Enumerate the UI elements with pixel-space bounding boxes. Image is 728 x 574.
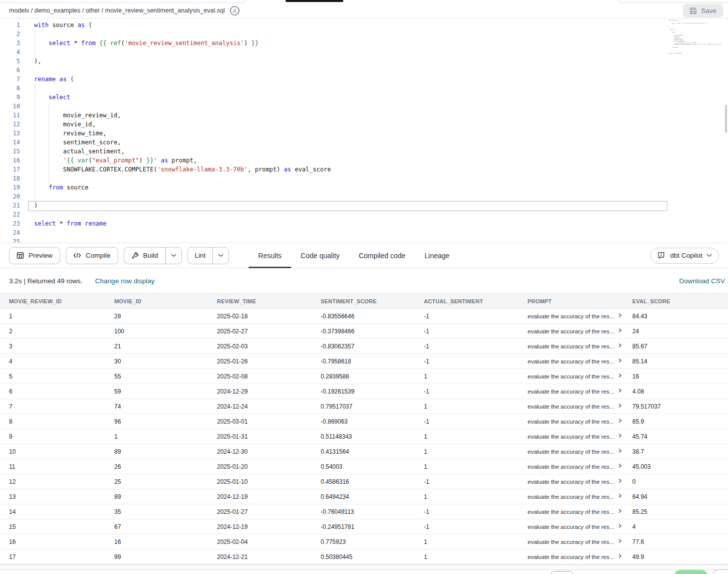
expand-cell-icon[interactable] [618,478,622,483]
cell-prompt[interactable]: evaluate the accuracy of the res... [519,519,623,534]
cell-prompt[interactable]: evaluate the accuracy of the res... [519,474,623,489]
preview-button[interactable]: Preview [9,247,60,264]
code-line-9[interactable]: 9 select [0,93,728,102]
code-line-6[interactable]: 6 [0,66,728,75]
cell-prompt[interactable]: evaluate the accuracy of the res... [519,429,623,444]
code-line-8[interactable]: 8 [0,84,728,93]
expand-cell-icon[interactable] [618,418,622,423]
cell-prompt[interactable]: evaluate the accuracy of the res... [519,489,623,504]
table-row[interactable]: 14352025-01-27-0.76049113-1evaluate the … [0,504,728,519]
lint-button[interactable]: Lint [188,248,213,264]
code-line-17[interactable]: 17 SNOWFLAKE.CORTEX.COMPLETE('snowflake-… [0,165,728,174]
expand-cell-icon[interactable] [618,508,622,513]
table-row[interactable]: 13892024-12-190.64942341evaluate the acc… [0,489,728,504]
code-line-11[interactable]: 11 movie_review_id, [0,111,728,120]
code-line-14[interactable]: 14 sentiment_score, [0,138,728,147]
cell-prompt[interactable]: evaluate the accuracy of the res... [519,444,623,459]
code-line-13[interactable]: 13 review_time, [0,129,728,138]
expand-cell-icon[interactable] [618,493,622,498]
column-header-actual_sentiment[interactable]: ACTUAL_SENTIMENT [415,294,519,309]
code-line-24[interactable]: 24 [0,228,728,237]
code-line-1[interactable]: 1with source as ( [0,21,728,30]
code-line-2[interactable]: 2 [0,30,728,39]
dbt-copilot-button[interactable]: dbt Copilot [650,248,719,264]
code-line-3[interactable]: 3 select * from {{ ref('movie_review_sen… [0,39,728,48]
table-row[interactable]: 3212025-02-03-0.83062357-1evaluate the a… [0,339,728,354]
column-header-eval_score[interactable]: EVAL_SCORE [623,294,728,309]
expand-cell-icon[interactable] [618,463,622,468]
cutoff-white-button[interactable] [713,569,728,574]
cell-prompt[interactable]: evaluate the accuracy of the res... [519,384,623,399]
file-badge-icon[interactable] [229,6,240,16]
cell-prompt[interactable]: evaluate the accuracy of the res... [519,534,623,549]
code-line-19[interactable]: 19 from source [0,183,728,192]
column-header-review_time[interactable]: REVIEW_TIME [208,294,312,309]
expand-cell-icon[interactable] [618,358,622,363]
expand-cell-icon[interactable] [618,538,622,543]
code-line-23[interactable]: 23select * from rename [0,219,728,228]
expand-cell-icon[interactable] [618,328,622,333]
code-line-20[interactable]: 20 [0,192,728,201]
expand-cell-icon[interactable] [618,433,622,438]
column-header-movie_review_id[interactable]: MOVIE_REVIEW_ID [0,294,105,309]
cell-prompt[interactable]: evaluate the accuracy of the res... [519,354,623,369]
code-line-4[interactable]: 4 [0,48,728,57]
expand-cell-icon[interactable] [618,373,622,378]
cell-prompt[interactable]: evaluate the accuracy of the res... [519,369,623,384]
table-row[interactable]: 21002025-02-27-0.37398466-1evaluate the … [0,324,728,339]
table-row[interactable]: 12252025-01-100.4586316-1evaluate the ac… [0,474,728,489]
lint-dropdown-button[interactable] [212,248,228,264]
table-row[interactable]: 11262025-01-200.540031evaluate the accur… [0,459,728,474]
cell-prompt[interactable]: evaluate the accuracy of the res... [519,459,623,474]
table-row[interactable]: 10892024-12-300.41315641evaluate the acc… [0,444,728,459]
editor-scrollbar[interactable] [725,105,727,133]
cell-prompt[interactable]: evaluate the accuracy of the res... [519,504,623,519]
cell-prompt[interactable]: evaluate the accuracy of the res... [519,414,623,429]
table-row[interactable]: 4302025-01-26-0.7958618-1evaluate the ac… [0,354,728,369]
tab-code-quality[interactable]: Code quality [291,243,349,268]
cutoff-green-button[interactable] [674,570,708,574]
code-line-16[interactable]: 16 '{{ var("eval_prompt") }}' as prompt, [0,156,728,165]
expand-cell-icon[interactable] [618,388,622,393]
table-row[interactable]: 1282025-02-18-0.83556646-1evaluate the a… [0,309,728,324]
table-row[interactable]: 912025-01-310.511483431evaluate the accu… [0,429,728,444]
code-editor[interactable]: 1with source as (23 select * from {{ ref… [0,19,728,243]
table-row[interactable]: 8962025-03-01-0.869063-1evaluate the acc… [0,414,728,429]
code-line-5[interactable]: 5), [0,57,728,66]
table-row[interactable]: 5552025-02-080.28395881evaluate the accu… [0,369,728,384]
code-line-25[interactable]: 25 [0,237,728,243]
table-row[interactable]: 7742024-12-240.795170371evaluate the acc… [0,399,728,414]
cell-prompt[interactable]: evaluate the accuracy of the res... [519,549,623,564]
code-line-12[interactable]: 12 movie_id, [0,120,728,129]
expand-cell-icon[interactable] [618,343,622,348]
tab-compiled-code[interactable]: Compiled code [349,243,415,268]
code-line-10[interactable]: 10 [0,102,728,111]
table-row[interactable]: 15672024-12-19-0.24951781-1evaluate the … [0,519,728,534]
change-row-display-link[interactable]: Change row display [95,277,155,285]
cell-prompt[interactable]: evaluate the accuracy of the res... [519,399,623,414]
table-row[interactable]: 6592024-12-29-0.19261539-1evaluate the a… [0,384,728,399]
compile-button[interactable]: Compile [66,247,118,264]
column-header-movie_id[interactable]: MOVIE_ID [105,294,208,309]
code-line-18[interactable]: 18 [0,174,728,183]
code-line-22[interactable]: 22 [0,210,728,219]
column-header-sentiment_score[interactable]: SENTIMENT_SCORE [312,294,415,309]
expand-cell-icon[interactable] [618,553,622,558]
code-line-7[interactable]: 7rename as ( [0,75,728,84]
build-dropdown-button[interactable] [165,248,181,264]
cell-prompt[interactable]: evaluate the accuracy of the res... [519,324,623,339]
build-button[interactable]: Build [124,248,165,264]
minimap[interactable]: with source as ( select * from {{ ref('m… [669,20,725,65]
table-row[interactable]: 16162025-02-040.7759231evaluate the accu… [0,534,728,549]
download-csv-link[interactable]: Download CSV [679,277,726,285]
breadcrumb[interactable]: models / demo_examples / other / movie_r… [9,7,225,14]
cell-prompt[interactable]: evaluate the accuracy of the res... [519,339,623,354]
expand-cell-icon[interactable] [618,403,622,408]
code-line-21[interactable]: 21) [0,201,728,210]
horizontal-scrollbar[interactable] [0,564,728,570]
expand-cell-icon[interactable] [618,523,622,528]
expand-cell-icon[interactable] [618,448,622,453]
tab-lineage[interactable]: Lineage [415,243,459,268]
table-row[interactable]: 17992024-12-210.503804451evaluate the ac… [0,549,728,564]
tab-results[interactable]: Results [249,243,291,268]
